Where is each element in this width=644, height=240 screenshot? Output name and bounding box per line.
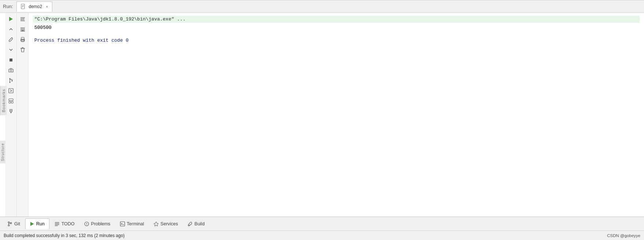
scroll-end-button[interactable] (18, 25, 27, 34)
run-play-icon (30, 222, 34, 226)
terminal-tab-label: Terminal (127, 221, 144, 226)
svg-point-10 (9, 78, 10, 79)
bookmarks-side-label: Bookmarks (0, 86, 7, 115)
process-message: Process finished with exit code 0 (33, 37, 640, 44)
build-tab-label: Build (195, 221, 205, 226)
status-bar: Build completed successfully in 3 sec, 1… (0, 230, 644, 240)
clear-button[interactable] (18, 45, 27, 55)
todo-tab[interactable]: TODO (50, 218, 79, 229)
content-area: Bookmarks (0, 13, 644, 217)
svg-point-7 (10, 70, 11, 71)
scroll-up-button[interactable] (6, 25, 16, 34)
bottom-tab-bar: Git Run TODO Problem (0, 217, 644, 230)
svg-marker-4 (9, 17, 13, 21)
problems-icon (84, 221, 89, 226)
run-label: Run: (3, 4, 13, 9)
run-tab-header: Run: demo2 × (0, 0, 644, 13)
svg-rect-6 (9, 69, 13, 72)
git-tab-label: Git (14, 221, 20, 226)
problems-tab-label: Problems (91, 221, 110, 226)
demo2-tab[interactable]: demo2 × (16, 1, 52, 12)
terminal-tab[interactable]: Terminal (116, 218, 148, 229)
services-icon (154, 221, 159, 226)
second-toolbar (17, 13, 29, 217)
file-tab-icon (20, 4, 26, 10)
problems-tab[interactable]: Problems (80, 218, 115, 229)
layout-button[interactable] (6, 96, 16, 106)
svg-point-12 (11, 80, 12, 82)
todo-tab-label: TODO (61, 221, 75, 226)
build-tab[interactable]: Build (183, 218, 209, 229)
todo-icon (54, 221, 60, 226)
print-button[interactable] (18, 35, 27, 44)
output-area: "C:\Program Files\Java\jdk1.8.0_192\bin\… (29, 13, 644, 217)
run-tab-label: Run (36, 221, 45, 226)
fork-button[interactable] (6, 76, 16, 85)
terminal-icon (120, 221, 125, 226)
pin-button[interactable] (6, 106, 16, 116)
run-button[interactable] (6, 14, 16, 24)
svg-marker-37 (30, 222, 34, 226)
sign-in-button[interactable] (6, 86, 16, 95)
svg-marker-47 (154, 222, 158, 226)
tab-name: demo2 (29, 4, 42, 9)
result-line: 500500 (33, 24, 640, 31)
status-message: Build completed successfully in 3 sec, 1… (4, 233, 125, 238)
structure-side-label: Structure (0, 141, 5, 164)
svg-rect-15 (9, 101, 11, 103)
svg-rect-5 (10, 59, 12, 61)
wrap-lines-button[interactable] (18, 14, 27, 24)
svg-rect-14 (9, 99, 13, 101)
git-tab[interactable]: Git (3, 218, 25, 229)
status-right-text: CSDN @gobeyye (607, 233, 640, 238)
svg-point-11 (9, 82, 10, 83)
command-line: "C:\Program Files\Java\jdk1.8.0_192\bin\… (33, 16, 640, 23)
camera-button[interactable] (6, 65, 16, 75)
run-bottom-tab[interactable]: Run (25, 218, 49, 229)
git-icon (7, 221, 12, 226)
svg-point-48 (189, 225, 189, 225)
svg-point-34 (8, 225, 10, 226)
services-tab[interactable]: Services (149, 218, 182, 229)
wrench-button[interactable] (6, 35, 16, 44)
svg-point-43 (86, 225, 87, 225)
services-tab-label: Services (161, 221, 178, 226)
blank-line (33, 33, 640, 37)
svg-point-30 (24, 40, 25, 41)
svg-rect-13 (9, 89, 13, 93)
svg-rect-16 (11, 101, 13, 103)
scroll-down-button[interactable] (6, 45, 16, 55)
build-icon (188, 221, 193, 226)
stop-button[interactable] (6, 55, 16, 65)
tab-close-button[interactable]: × (46, 4, 48, 9)
